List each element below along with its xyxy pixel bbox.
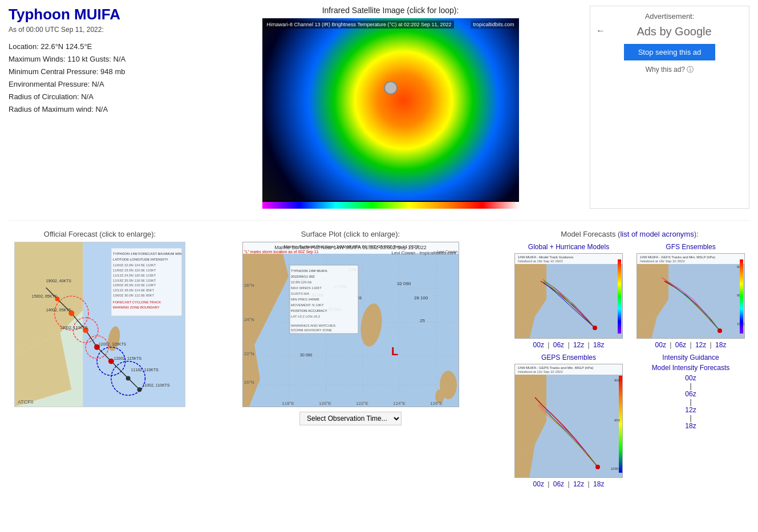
stop-seeing-ad-button[interactable]: Stop seeing this ad <box>624 44 715 60</box>
advertisement-section: Advertisement: ← Ads by Google Stop seei… <box>590 6 749 209</box>
observation-time-select[interactable]: Select Observation Time... <box>299 412 402 425</box>
surface-plot-title: Surface Plot (click to enlarge): <box>200 230 501 238</box>
satellite-image[interactable] <box>262 18 519 201</box>
model-bottom-row: GEPS Ensembles 14W MUIFA - GEPS Tracks a… <box>510 354 749 488</box>
separator1: | <box>548 341 551 349</box>
geps-ensembles-06z-link[interactable]: 06z <box>553 480 564 488</box>
svg-text:28 100: 28 100 <box>414 295 428 300</box>
svg-text:FORECAST CYCLONE TRACK: FORECAST CYCLONE TRACK <box>113 300 161 304</box>
model-forecasts-section: Model Forecasts (list of model acronyms)… <box>510 230 749 488</box>
gfs-ensembles-00z-link[interactable]: 00z <box>655 341 666 349</box>
svg-text:12/12Z 28.0N 114.0E 95KT: 12/12Z 28.0N 114.0E 95KT <box>113 289 155 292</box>
storm-timestamp: As of 00:00 UTC Sep 11, 2022: <box>9 26 191 34</box>
intensity-06z-link[interactable]: 06z <box>634 390 748 398</box>
svg-text:14W MUIFA - GEFS Tracks and Mi: 14W MUIFA - GEFS Tracks and Min. MSLP (h… <box>640 255 715 259</box>
svg-text:122°E: 122°E <box>356 401 368 406</box>
global-hurricane-00z-link[interactable]: 00z <box>533 341 544 349</box>
surface-plot-image[interactable]: Marine Surface Plot Near 14W MUIFA 01:30… <box>242 242 459 407</box>
svg-text:MIN PRES 948MB: MIN PRES 948MB <box>291 298 319 301</box>
section-divider <box>9 220 749 221</box>
svg-text:30 090: 30 090 <box>300 353 313 357</box>
satellite-colorbar <box>262 202 519 209</box>
global-hurricane-image[interactable]: 14W MUIFA - Model Track Guidance Initial… <box>514 253 623 339</box>
storm-env-pressure: Environmental Pressure: N/A <box>9 78 191 91</box>
ad-back-arrow[interactable]: ← <box>596 26 605 35</box>
svg-text:11/00Z 22.6N 124.5E 110KT: 11/00Z 22.6N 124.5E 110KT <box>113 263 156 267</box>
storm-min-pressure: Minimum Central Pressure: 948 mb <box>9 66 191 78</box>
svg-text:11/06Z 23.5N 122.0E 110KT: 11/06Z 23.5N 122.0E 110KT <box>113 269 156 272</box>
separator8: | <box>568 480 571 488</box>
svg-text:19002, 40KTS: 19002, 40KTS <box>46 279 72 283</box>
svg-text:126°E: 126°E <box>430 401 443 406</box>
model-grid: Global + Hurricane Models 14W MUIFA - Mo… <box>510 243 749 349</box>
svg-text:ATCFII: ATCFII <box>18 399 34 405</box>
surface-plot-svg: Marine Surface Plot Near 14W MUIFA 01:30… <box>243 242 459 407</box>
typhoon-eye <box>384 81 398 95</box>
svg-text:950: 950 <box>614 419 621 422</box>
storm-radius-max-wind: Radius of Maximum wind: N/A <box>9 103 191 116</box>
svg-text:14W MUIFA - GEPS Tracks and Mi: 14W MUIFA - GEPS Tracks and Min. MSLP (h… <box>518 366 593 369</box>
intensity-12z-link[interactable]: 12z <box>634 406 748 414</box>
intensity-18z-link[interactable]: 18z <box>634 422 748 430</box>
storm-radius-circulation: Radius of Circulation: N/A <box>9 91 191 103</box>
svg-text:22.6N 124.5E: 22.6N 124.5E <box>291 281 312 284</box>
gfs-ensembles-06z-link[interactable]: 06z <box>675 341 686 349</box>
svg-text:24°N: 24°N <box>244 317 254 322</box>
separator2: | <box>568 341 571 349</box>
why-this-ad-text[interactable]: Why this ad? ⓘ <box>596 65 743 75</box>
svg-text:12/00Z 26.5N 116.5E 110KT: 12/00Z 26.5N 116.5E 110KT <box>113 283 156 287</box>
surface-plot-section: Surface Plot (click to enlarge): Marine … <box>200 230 501 488</box>
svg-text:25: 25 <box>420 318 425 323</box>
svg-text:Initialized at 18z Sep 10 2022: Initialized at 18z Sep 10 2022 <box>640 259 685 263</box>
global-hurricane-12z-link[interactable]: 12z <box>573 341 584 349</box>
svg-rect-114 <box>619 376 622 473</box>
intensity-00z-link[interactable]: 00z <box>634 374 748 382</box>
svg-text:1000: 1000 <box>611 467 619 470</box>
geps-ensembles-title: GEPS Ensembles <box>510 354 627 362</box>
svg-text:WARNINGS AND WATCHES:: WARNINGS AND WATCHES: <box>291 324 337 327</box>
svg-text:14W MUIFA - Model Track Guidan: 14W MUIFA - Model Track Guidance <box>518 255 574 259</box>
geps-ensembles-18z-link[interactable]: 18z <box>593 480 604 488</box>
geps-ensembles-image[interactable]: 14W MUIFA - GEPS Tracks and Min. MSLP (h… <box>514 364 623 478</box>
gfs-ensembles-12z-link[interactable]: 12z <box>695 341 706 349</box>
gfs-ensembles-image[interactable]: 14W MUIFA - GEFS Tracks and Min. MSLP (h… <box>637 253 745 339</box>
svg-point-11 <box>126 376 131 380</box>
svg-text:32 090: 32 090 <box>397 281 411 286</box>
official-forecast-image[interactable]: 11002, 110KTS 11182, 110KTS 12002, 115KT… <box>14 242 185 407</box>
select-obs-container: Select Observation Time... <box>200 412 501 425</box>
model-intensity-forecasts-link[interactable]: Model Intensity Forecasts <box>632 364 749 372</box>
svg-text:11/18Z 25.5N 118.5E 120KT: 11/18Z 25.5N 118.5E 120KT <box>113 279 156 282</box>
global-hurricane-06z-link[interactable]: 06z <box>553 341 564 349</box>
geps-ensembles-12z-link[interactable]: 12z <box>573 480 584 488</box>
svg-text:11002, 110KTS: 11002, 110KTS <box>142 383 170 387</box>
separator5: | <box>690 341 693 349</box>
svg-text:120°E: 120°E <box>319 401 331 406</box>
geps-ensembles-00z-link[interactable]: 00z <box>533 480 544 488</box>
model-acronyms-link[interactable]: list of model acronyms <box>620 230 694 238</box>
satellite-image-container[interactable] <box>262 18 519 209</box>
separator3: | <box>588 341 591 349</box>
svg-text:12002, 115KTS: 12002, 115KTS <box>114 356 142 360</box>
storm-location: Location: 22.6°N 124.5°E <box>9 40 191 53</box>
separator4: | <box>670 341 673 349</box>
svg-text:22°N: 22°N <box>244 351 254 356</box>
colorbar-gradient <box>262 202 519 209</box>
model-title-text: Model Forecasts ( <box>561 230 620 238</box>
svg-text:124°E: 124°E <box>393 401 406 406</box>
svg-point-12 <box>108 359 114 364</box>
gfs-ensembles-18z-link[interactable]: 18z <box>715 341 726 349</box>
storm-info-panel: Typhoon MUIFA As of 00:00 UTC Sep 11, 20… <box>9 6 191 209</box>
svg-text:11182, 110KTS: 11182, 110KTS <box>131 368 159 372</box>
satellite-section: Infrared Satellite Image (click for loop… <box>197 6 584 209</box>
svg-text:MOVEMENT: N 10KT: MOVEMENT: N 10KT <box>291 303 324 307</box>
model-item-geps-ensembles: GEPS Ensembles 14W MUIFA - GEPS Tracks a… <box>510 354 627 488</box>
ads-by-google-text: Ads by Google <box>596 25 743 38</box>
svg-text:POSITION ACCURACY: POSITION ACCURACY <box>291 309 327 312</box>
svg-text:Levi Cowan - tropicaltidbits.c: Levi Cowan - tropicaltidbits.com <box>437 250 459 254</box>
global-hurricane-18z-link[interactable]: 18z <box>593 341 604 349</box>
svg-text:WARNING ZONE BOUNDARY: WARNING ZONE BOUNDARY <box>113 306 160 309</box>
svg-text:LAT ±0.2 LON ±0.2: LAT ±0.2 LON ±0.2 <box>291 315 321 318</box>
svg-text:900: 900 <box>614 379 621 382</box>
intensity-guidance-title: Intensity Guidance <box>632 354 749 362</box>
svg-text:12002, 120KTS: 12002, 120KTS <box>99 342 127 346</box>
